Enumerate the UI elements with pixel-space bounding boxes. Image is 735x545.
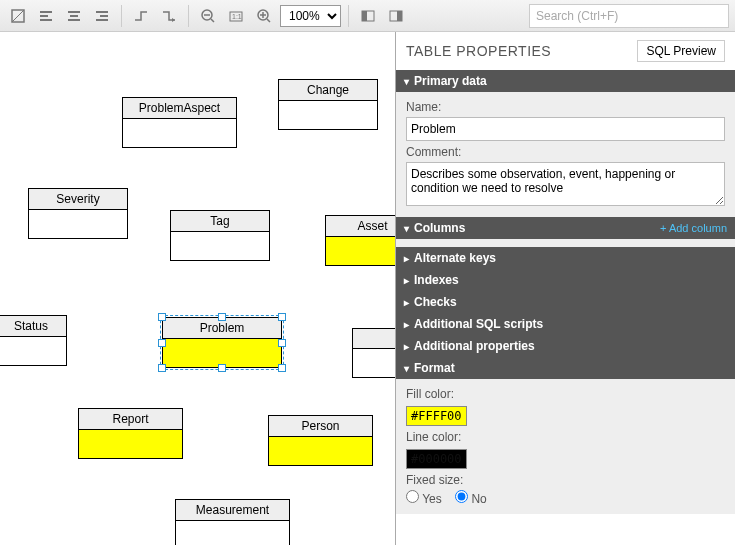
entity-header xyxy=(353,329,395,349)
align-center-icon[interactable] xyxy=(62,4,86,28)
align-right-icon[interactable] xyxy=(90,4,114,28)
entity-severity[interactable]: Severity xyxy=(28,188,128,239)
svg-line-13 xyxy=(211,19,214,22)
svg-line-1 xyxy=(12,10,24,22)
entity-header: Report xyxy=(79,409,182,430)
entity-measurement[interactable]: Measurement xyxy=(175,499,290,545)
zoom-select[interactable]: 100% xyxy=(280,5,341,27)
zoom-out-icon[interactable] xyxy=(196,4,220,28)
svg-text:1:1: 1:1 xyxy=(232,13,242,20)
add-column-link[interactable]: + Add column xyxy=(660,222,727,234)
align-left-icon[interactable] xyxy=(34,4,58,28)
svg-rect-24 xyxy=(397,11,402,21)
fill-color-chip[interactable]: #FFFF00 xyxy=(406,406,467,426)
name-label: Name: xyxy=(406,100,725,114)
section-additional-sql[interactable]: Additional SQL scripts xyxy=(396,313,735,335)
panel-title-row: TABLE PROPERTIES SQL Preview xyxy=(396,32,735,70)
entity-header: Change xyxy=(279,80,377,101)
section-columns-body xyxy=(396,239,735,247)
section-label: Indexes xyxy=(414,273,459,287)
entity-header: Tag xyxy=(171,211,269,232)
entity-header: Problem xyxy=(163,318,281,339)
section-label: Additional properties xyxy=(414,339,535,353)
section-indexes[interactable]: Indexes xyxy=(396,269,735,291)
section-checks[interactable]: Checks xyxy=(396,291,735,313)
resize-handle[interactable] xyxy=(218,313,226,321)
section-label: Additional SQL scripts xyxy=(414,317,543,331)
entity-header: Severity xyxy=(29,189,127,210)
entity-header: Status xyxy=(0,316,66,337)
entity-header: Person xyxy=(269,416,372,437)
resize-handle[interactable] xyxy=(278,339,286,347)
zoom-reset-icon[interactable]: 1:1 xyxy=(224,4,248,28)
panel-right-icon[interactable] xyxy=(384,4,408,28)
fixed-size-label: Fixed size: xyxy=(406,473,725,487)
svg-marker-11 xyxy=(172,18,175,22)
panel-left-icon[interactable] xyxy=(356,4,380,28)
resize-handle[interactable] xyxy=(158,313,166,321)
toolbar-separator xyxy=(348,5,349,27)
properties-panel: TABLE PROPERTIES SQL Preview Primary dat… xyxy=(395,32,735,545)
entity-status[interactable]: Status xyxy=(0,315,67,366)
resize-handle[interactable] xyxy=(218,364,226,372)
entity-problem-aspect[interactable]: ProblemAspect xyxy=(122,97,237,148)
section-format-body: Fill color: #FFFF00 Line color: #000000 … xyxy=(396,379,735,514)
entity-header: Asset xyxy=(326,216,395,237)
section-label: Format xyxy=(414,361,455,375)
entity-header: Measurement xyxy=(176,500,289,521)
section-label: Primary data xyxy=(414,74,487,88)
diagram-canvas[interactable]: ProblemAspect Change Severity Tag Asset … xyxy=(0,32,395,545)
search-input[interactable] xyxy=(529,4,729,28)
resize-handle[interactable] xyxy=(158,339,166,347)
fixed-size-no[interactable]: No xyxy=(455,492,487,506)
tool-pointer-icon[interactable] xyxy=(6,4,30,28)
fixed-size-yes[interactable]: Yes xyxy=(406,492,442,506)
name-input[interactable] xyxy=(406,117,725,141)
svg-rect-22 xyxy=(362,11,367,21)
entity-person[interactable]: Person xyxy=(268,415,373,466)
route-icon[interactable] xyxy=(129,4,153,28)
entity-partial[interactable] xyxy=(352,328,395,378)
section-primary-data[interactable]: Primary data xyxy=(396,70,735,92)
connector-icon[interactable] xyxy=(157,4,181,28)
zoom-in-icon[interactable] xyxy=(252,4,276,28)
entity-header: ProblemAspect xyxy=(123,98,236,119)
svg-line-18 xyxy=(267,19,270,22)
resize-handle[interactable] xyxy=(278,313,286,321)
resize-handle[interactable] xyxy=(278,364,286,372)
panel-title: TABLE PROPERTIES xyxy=(406,43,551,59)
section-additional-props[interactable]: Additional properties xyxy=(396,335,735,357)
toolbar: 1:1 100% xyxy=(0,0,735,32)
section-label: Alternate keys xyxy=(414,251,496,265)
entity-problem[interactable]: Problem xyxy=(162,317,282,368)
section-label: Columns xyxy=(414,221,465,235)
comment-textarea[interactable] xyxy=(406,162,725,206)
toolbar-separator xyxy=(121,5,122,27)
section-label: Checks xyxy=(414,295,457,309)
line-color-label: Line color: xyxy=(406,430,725,444)
resize-handle[interactable] xyxy=(158,364,166,372)
section-primary-data-body: Name: Comment: xyxy=(396,92,735,217)
section-alternate-keys[interactable]: Alternate keys xyxy=(396,247,735,269)
toolbar-separator xyxy=(188,5,189,27)
entity-asset[interactable]: Asset xyxy=(325,215,395,266)
comment-label: Comment: xyxy=(406,145,725,159)
entity-tag[interactable]: Tag xyxy=(170,210,270,261)
sql-preview-button[interactable]: SQL Preview xyxy=(637,40,725,62)
entity-change[interactable]: Change xyxy=(278,79,378,130)
fill-color-label: Fill color: xyxy=(406,387,725,401)
entity-report[interactable]: Report xyxy=(78,408,183,459)
section-columns[interactable]: Columns+ Add column xyxy=(396,217,735,239)
line-color-chip[interactable]: #000000 xyxy=(406,449,467,469)
section-format[interactable]: Format xyxy=(396,357,735,379)
